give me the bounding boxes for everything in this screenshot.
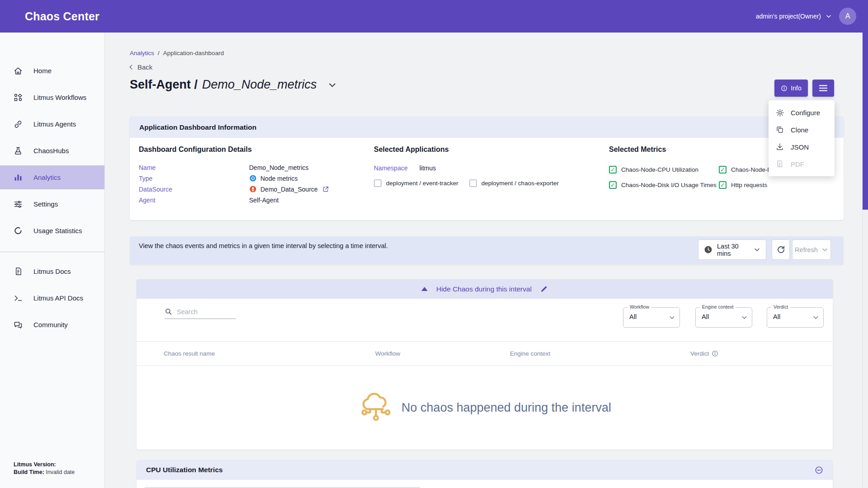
column-chaos-result-name: Chaos result name	[164, 350, 215, 357]
refresh-now-button[interactable]	[772, 239, 790, 260]
verdict-info-icon[interactable]	[712, 350, 718, 357]
sidebar-item-usage-statistics[interactable]: Usage Statistics	[0, 219, 104, 243]
refresh-select-label: Refresh	[795, 246, 818, 253]
sidebar-item-label: Usage Statistics	[33, 227, 82, 235]
empty-state: No chaos happened during the interval	[137, 366, 833, 450]
sidebar-item-litmus-api-docs[interactable]: Litmus API Docs	[0, 286, 104, 310]
config-row-type: Type Node metrics	[139, 174, 356, 183]
back-label: Back	[137, 63, 152, 71]
menu-item-label: JSON	[791, 143, 809, 151]
hide-chaos-toggle[interactable]: Hide Chaos during this interval	[436, 285, 532, 293]
page-scrollbar[interactable]	[862, 33, 868, 488]
cpu-utilization-title: CPU Utilization Metrics	[146, 466, 223, 474]
search-field	[165, 308, 236, 319]
version-info: Litmus Version: Build Time: Invalid date	[14, 461, 75, 476]
empty-state-message: No chaos happened during the interval	[401, 401, 611, 415]
sidebar-item-litmus-workflows[interactable]: Litmus Workflows	[0, 85, 104, 109]
menu-item-json[interactable]: JSON	[769, 138, 835, 155]
menu-item-configure[interactable]: Configure	[769, 104, 835, 121]
sidebar-item-home[interactable]: Home	[0, 59, 104, 83]
breadcrumb: Analytics / Application-dashboard	[130, 50, 224, 56]
chaos-section-header: Hide Chaos during this interval	[137, 279, 833, 299]
external-link-icon[interactable]	[322, 186, 329, 192]
title-dashboard-name: Demo_Node_metrics	[202, 78, 317, 92]
sidebar-item-label: Litmus Agents	[33, 120, 76, 128]
settings-icon	[14, 200, 23, 209]
community-icon	[14, 320, 23, 329]
checkbox-checked[interactable]: ✓	[719, 181, 726, 189]
page-title: Self-Agent / Demo_Node_metrics	[130, 78, 337, 92]
info-button[interactable]: Info	[774, 80, 808, 97]
breadcrumb-separator: /	[158, 50, 160, 56]
checkbox-checked[interactable]: ✓	[609, 166, 617, 174]
cpu-utilization-header: CPU Utilization Metrics	[137, 460, 833, 480]
engine-context-filter-select[interactable]: Engine context All	[695, 307, 752, 328]
sidebar-item-community[interactable]: Community	[0, 313, 104, 337]
time-range-select[interactable]: Last 30 mins	[698, 239, 766, 260]
clock-icon	[704, 245, 712, 254]
sidebar-item-litmus-docs[interactable]: Litmus Docs	[0, 259, 104, 283]
menu-item-label: Clone	[791, 126, 808, 134]
usage-icon	[14, 226, 23, 235]
dashboard-menu-button[interactable]	[812, 80, 834, 97]
breadcrumb-analytics[interactable]: Analytics	[130, 50, 154, 56]
collapse-minus-icon[interactable]	[815, 466, 823, 474]
build-time-value: Invalid date	[46, 469, 75, 475]
agents-icon	[14, 120, 23, 129]
chaoshubs-icon	[14, 146, 23, 155]
time-interval-description: View the chaos events and metrics in a g…	[139, 241, 392, 250]
search-icon	[165, 308, 172, 315]
collapse-triangle-icon[interactable]	[421, 287, 428, 291]
sidebar-item-label: Home	[33, 67, 52, 75]
title-chevron-down-icon[interactable]	[328, 80, 337, 89]
document-icon	[776, 160, 784, 169]
build-time-label: Build Time:	[14, 469, 44, 475]
sidebar-item-analytics[interactable]: Analytics	[0, 165, 104, 189]
chevron-down-icon	[826, 13, 832, 19]
dashboard-configuration-section: Dashboard Configuration Details Name Dem…	[139, 138, 365, 220]
clone-icon	[776, 126, 784, 134]
hamburger-icon	[819, 84, 828, 92]
sidebar-item-label: Community	[33, 321, 68, 328]
dashboard-information-title: Application Dashboard Information	[139, 123, 256, 131]
docs-icon	[14, 267, 23, 276]
edit-pencil-icon[interactable]	[540, 285, 548, 293]
sidebar-item-settings[interactable]: Settings	[0, 192, 104, 216]
refresh-interval-select[interactable]: Refresh	[792, 239, 831, 260]
selected-applications-title: Selected Applications	[374, 145, 449, 154]
scrollbar-thumb[interactable]	[863, 33, 868, 210]
application-checkbox-chaos-exporter: deployment / chaos-exporter	[469, 179, 559, 187]
checkbox-unchecked[interactable]	[374, 179, 382, 187]
sidebar-item-label: ChaosHubs	[33, 147, 69, 155]
chevron-down-icon	[821, 246, 828, 253]
back-button[interactable]: Back	[128, 63, 152, 71]
sidebar-item-label: Litmus Workflows	[33, 94, 86, 101]
top-header: Chaos Center admin's project(Owner) A	[0, 0, 868, 33]
sidebar-item-label: Litmus Docs	[33, 267, 71, 275]
sidebar: Home Litmus Workflows Litmus Agents Chao…	[0, 33, 105, 488]
checkbox-checked[interactable]: ✓	[719, 166, 726, 174]
menu-item-pdf[interactable]: PDF	[769, 155, 835, 173]
sidebar-item-chaoshubs[interactable]: ChaosHubs	[0, 139, 104, 163]
time-interval-bar: View the chaos events and metrics in a g…	[130, 236, 844, 265]
checkbox-checked[interactable]: ✓	[609, 181, 617, 189]
time-range-value: Last 30 mins	[717, 243, 749, 257]
menu-item-clone[interactable]: Clone	[769, 121, 835, 138]
search-input[interactable]	[177, 308, 230, 315]
chevron-down-icon	[669, 314, 675, 321]
checkbox-unchecked[interactable]	[469, 179, 477, 187]
project-switcher[interactable]: admin's project(Owner)	[756, 13, 832, 20]
chevron-down-icon	[812, 314, 819, 321]
workflow-filter-select[interactable]: Workflow All	[623, 307, 680, 328]
avatar[interactable]: A	[839, 8, 856, 25]
prometheus-icon	[249, 185, 257, 193]
info-button-label: Info	[791, 84, 801, 92]
sidebar-item-litmus-agents[interactable]: Litmus Agents	[0, 112, 104, 136]
verdict-filter-select[interactable]: Verdict All	[767, 307, 824, 328]
refresh-icon	[776, 245, 786, 254]
column-engine-context: Engine context	[510, 350, 550, 357]
config-row-datasource: DataSource Demo_Data_Source	[139, 185, 356, 193]
column-workflow: Workflow	[375, 350, 400, 357]
workflows-icon	[14, 93, 23, 102]
sidebar-item-label: Analytics	[33, 174, 61, 181]
